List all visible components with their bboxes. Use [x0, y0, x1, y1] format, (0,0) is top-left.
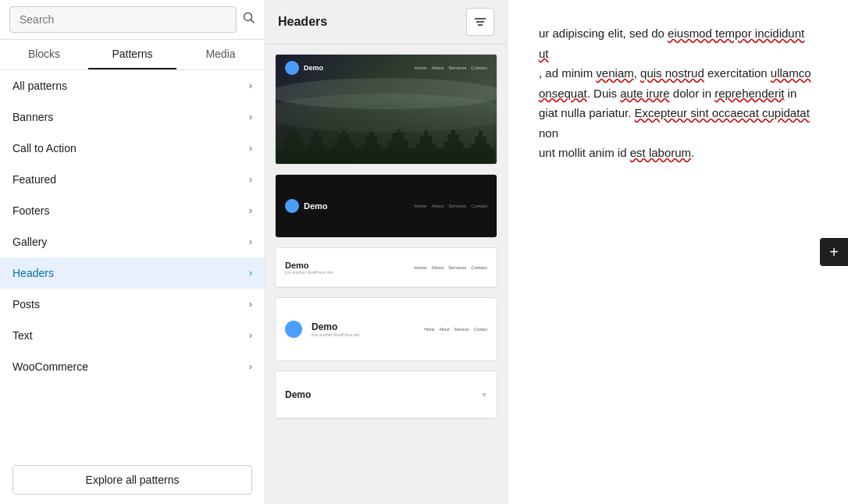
- sidebar-list: All patterns › Banners › Call to Action …: [0, 70, 265, 456]
- panel-header: Headers: [265, 0, 507, 44]
- add-button[interactable]: +: [820, 238, 848, 266]
- pattern5-logo-text: Demo: [285, 389, 311, 400]
- chevron-icon-text: ›: [249, 330, 252, 341]
- sidebar-item-call-to-action[interactable]: Call to Action ›: [0, 133, 265, 164]
- right-content: ur adipiscing elit, sed do eiusmod tempo…: [508, 0, 848, 504]
- pattern4-logo-circle: [285, 321, 302, 338]
- pattern4-subtitle: just another WordPress site: [312, 332, 359, 337]
- tab-blocks[interactable]: Blocks: [0, 40, 88, 69]
- pattern3-subtitle: just another WordPress site: [285, 270, 333, 275]
- chevron-icon-posts: ›: [249, 299, 252, 310]
- pattern2-logo-text: Demo: [304, 201, 328, 211]
- filter-icon: [473, 15, 487, 29]
- pattern1-nav-links: Home About Services Contact: [415, 66, 487, 70]
- pattern4-nav-links: Home About Services Contact: [424, 327, 487, 332]
- pattern-card-5[interactable]: Demo ☰: [275, 371, 497, 419]
- sidebar-item-posts[interactable]: Posts ›: [0, 289, 265, 320]
- tabs: Blocks Patterns Media: [0, 40, 265, 70]
- chevron-icon-cta: ›: [249, 143, 252, 154]
- search-input[interactable]: [9, 6, 237, 33]
- chevron-icon-footers: ›: [249, 205, 252, 216]
- search-button[interactable]: [243, 12, 255, 27]
- center-panel: Headers Demo: [265, 0, 508, 504]
- pattern-card-4[interactable]: Demo just another WordPress site Home Ab…: [275, 297, 497, 361]
- sidebar-item-text[interactable]: Text ›: [0, 320, 265, 351]
- sidebar-item-woocommerce[interactable]: WooCommerce ›: [0, 351, 265, 382]
- sidebar-item-footers[interactable]: Footers ›: [0, 195, 265, 226]
- pattern3-logo-text: Demo: [285, 261, 333, 270]
- chevron-icon-all-patterns: ›: [249, 80, 252, 91]
- search-icon: [243, 12, 255, 24]
- chevron-icon-featured: ›: [249, 174, 252, 185]
- pattern-card-3[interactable]: Demo just another WordPress site Home Ab…: [275, 247, 497, 288]
- filter-button[interactable]: [466, 8, 494, 36]
- chevron-icon-banners: ›: [249, 112, 252, 122]
- pattern1-logo-circle: [285, 61, 299, 75]
- tab-patterns[interactable]: Patterns: [88, 40, 176, 69]
- sidebar-item-featured[interactable]: Featured ›: [0, 164, 265, 195]
- pattern2-nav-links: Home About Services Contact: [415, 204, 487, 208]
- chevron-icon-headers: ›: [249, 268, 252, 279]
- pattern-card-2[interactable]: Demo Home About Services Contact: [275, 174, 497, 238]
- svg-line-1: [251, 20, 255, 23]
- patterns-list: Demo Home About Services Contact Demo: [265, 44, 507, 504]
- pattern2-logo-circle: [285, 199, 299, 213]
- sidebar-item-all-patterns[interactable]: All patterns ›: [0, 70, 265, 101]
- panel-title: Headers: [278, 15, 327, 29]
- pattern-card-1[interactable]: Demo Home About Services Contact: [275, 54, 497, 165]
- chevron-icon-gallery: ›: [249, 236, 252, 247]
- tab-media[interactable]: Media: [176, 40, 265, 69]
- pattern5-nav-links: ☰: [483, 392, 487, 397]
- explore-all-patterns-button[interactable]: Explore all patterns: [12, 465, 252, 495]
- sidebar-item-banners[interactable]: Banners ›: [0, 101, 265, 133]
- sidebar: Blocks Patterns Media All patterns › Ban…: [0, 0, 265, 504]
- body-text: ur adipiscing elit, sed do eiusmod tempo…: [539, 23, 817, 163]
- chevron-icon-woocommerce: ›: [249, 361, 252, 372]
- pattern1-logo-text: Demo: [304, 64, 323, 72]
- pattern4-logo-text: Demo: [312, 321, 359, 332]
- sidebar-item-headers[interactable]: Headers ›: [0, 257, 265, 289]
- search-bar: [0, 0, 265, 40]
- sidebar-item-gallery[interactable]: Gallery ›: [0, 226, 265, 257]
- pattern3-nav-links: Home About Services Contact: [415, 265, 487, 270]
